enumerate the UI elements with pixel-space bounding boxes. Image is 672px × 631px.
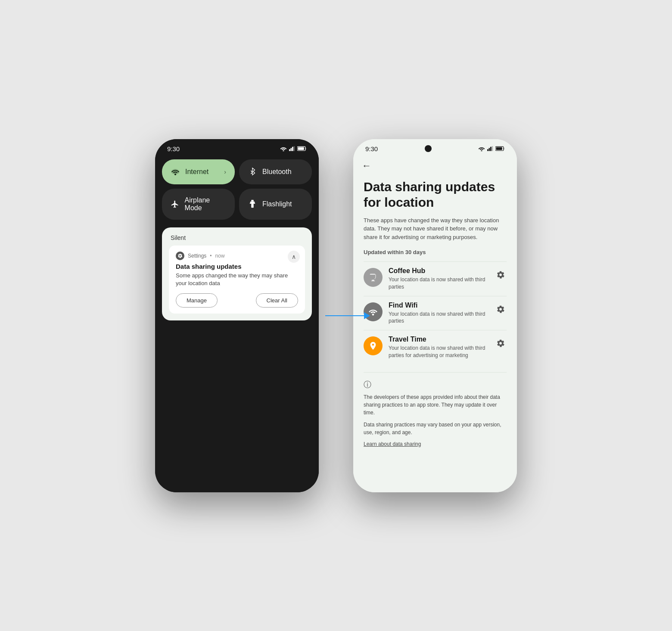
list-item: Find Wifi Your location data is now shar… xyxy=(364,296,507,330)
coffee-hub-name: Coffee Hub xyxy=(389,267,488,275)
coffee-hub-desc: Your location data is now shared with th… xyxy=(389,276,488,291)
tile-airplane[interactable]: Airplane Mode xyxy=(162,189,235,220)
info-text-2: Data sharing practices may vary based on… xyxy=(364,421,507,436)
svg-rect-18 xyxy=(504,148,504,150)
arrow-head xyxy=(364,312,370,319)
signal-icon-p2 xyxy=(487,146,493,151)
info-text-1: The developers of these apps provided in… xyxy=(364,393,507,417)
tile-flashlight[interactable]: Flashlight xyxy=(239,189,312,220)
svg-rect-13 xyxy=(487,149,488,151)
svg-rect-3 xyxy=(292,147,293,151)
status-bar-phone2: 9:30 xyxy=(353,139,517,156)
time-phone1: 9:30 xyxy=(167,145,180,152)
silent-label: Silent xyxy=(169,234,305,241)
list-item: Travel Time Your location data is now sh… xyxy=(364,330,507,364)
find-wifi-info: Find Wifi Your location data is now shar… xyxy=(389,302,488,325)
travel-time-icon xyxy=(364,336,383,355)
travel-time-info: Travel Time Your location data is now sh… xyxy=(389,336,488,359)
notif-app-name: Settings xyxy=(188,253,206,259)
notification-panel: Silent Settings • now ∧ Data sharing xyxy=(162,227,312,320)
flashlight-tile-icon xyxy=(248,199,257,209)
svg-rect-7 xyxy=(298,147,304,150)
bluetooth-tile-icon xyxy=(248,167,257,177)
airplane-tile-label: Airplane Mode xyxy=(185,196,226,212)
camera-cutout xyxy=(425,145,432,152)
svg-point-8 xyxy=(174,173,176,175)
bluetooth-tile-label: Bluetooth xyxy=(262,168,292,176)
notification-card[interactable]: Settings • now ∧ Data sharing updates So… xyxy=(169,246,305,314)
tile-bluetooth[interactable]: Bluetooth xyxy=(239,159,312,184)
svg-rect-16 xyxy=(492,146,493,151)
battery-icon-p2 xyxy=(495,146,505,151)
airplane-tile-icon xyxy=(171,199,180,209)
status-bar-phone1: 9:30 xyxy=(155,139,319,156)
notif-time: now xyxy=(215,253,225,259)
internet-tile-label: Internet xyxy=(185,168,208,176)
battery-icon xyxy=(297,146,307,151)
back-button[interactable]: ← xyxy=(353,156,517,175)
phone-1: 9:30 xyxy=(155,139,319,492)
notif-body: Some apps changed the way they may share… xyxy=(176,272,298,287)
internet-tile-icon xyxy=(171,167,180,177)
status-icons-phone2 xyxy=(478,146,505,151)
svg-point-12 xyxy=(481,150,482,151)
internet-chevron: › xyxy=(224,168,226,175)
signal-icon xyxy=(289,146,295,151)
settings-app-icon xyxy=(176,252,184,260)
info-icon: ⓘ xyxy=(364,379,507,390)
info-section: ⓘ The developers of these apps provided … xyxy=(364,372,507,448)
arrow-shaft xyxy=(325,315,364,316)
svg-rect-6 xyxy=(305,148,306,150)
wifi-icon xyxy=(280,146,287,151)
clear-all-button[interactable]: Clear All xyxy=(256,293,298,308)
notif-title: Data sharing updates xyxy=(176,263,298,270)
coffee-hub-info: Coffee Hub Your location data is now sha… xyxy=(389,267,488,291)
scene: 9:30 xyxy=(155,139,517,492)
find-wifi-name: Find Wifi xyxy=(389,302,488,309)
flashlight-tile-label: Flashlight xyxy=(262,200,292,208)
page-content: Data sharing updates for location These … xyxy=(353,175,517,492)
page-subtitle: These apps have changed the way they sha… xyxy=(364,216,507,242)
phone-2: 9:30 xyxy=(353,139,517,492)
notif-expand-button[interactable]: ∧ xyxy=(288,251,300,263)
notif-actions: Manage Clear All xyxy=(176,293,298,308)
svg-rect-9 xyxy=(251,200,253,202)
svg-rect-14 xyxy=(488,148,490,151)
learn-link[interactable]: Learn about data sharing xyxy=(364,441,421,447)
section-label: Updated within 30 days xyxy=(364,249,507,255)
coffee-hub-settings[interactable] xyxy=(495,269,507,283)
find-wifi-settings[interactable] xyxy=(495,303,507,317)
find-wifi-desc: Your location data is now shared with th… xyxy=(389,311,488,325)
svg-rect-4 xyxy=(294,146,295,151)
time-phone2: 9:30 xyxy=(365,145,378,152)
svg-marker-10 xyxy=(250,201,255,203)
manage-button[interactable]: Manage xyxy=(176,293,218,308)
svg-rect-2 xyxy=(291,148,292,151)
travel-time-settings[interactable] xyxy=(495,337,507,351)
status-icons-phone1 xyxy=(280,146,307,151)
coffee-hub-icon xyxy=(364,268,383,287)
quick-tiles: Internet › Bluetooth xyxy=(155,156,319,223)
notif-header: Settings • now xyxy=(176,252,298,260)
svg-point-20 xyxy=(372,314,374,316)
svg-rect-19 xyxy=(496,147,502,150)
notif-separator: • xyxy=(210,253,212,259)
travel-time-desc: Your location data is now shared with th… xyxy=(389,345,488,359)
tile-internet[interactable]: Internet › xyxy=(162,159,235,184)
connector-arrow xyxy=(325,312,370,319)
wifi-icon-p2 xyxy=(478,146,485,151)
svg-point-0 xyxy=(283,150,284,151)
svg-rect-11 xyxy=(251,204,253,208)
list-item: Coffee Hub Your location data is now sha… xyxy=(364,261,507,296)
travel-time-name: Travel Time xyxy=(389,336,488,343)
svg-rect-1 xyxy=(289,149,290,151)
svg-rect-15 xyxy=(490,147,492,151)
page-title: Data sharing updates for location xyxy=(364,179,507,210)
